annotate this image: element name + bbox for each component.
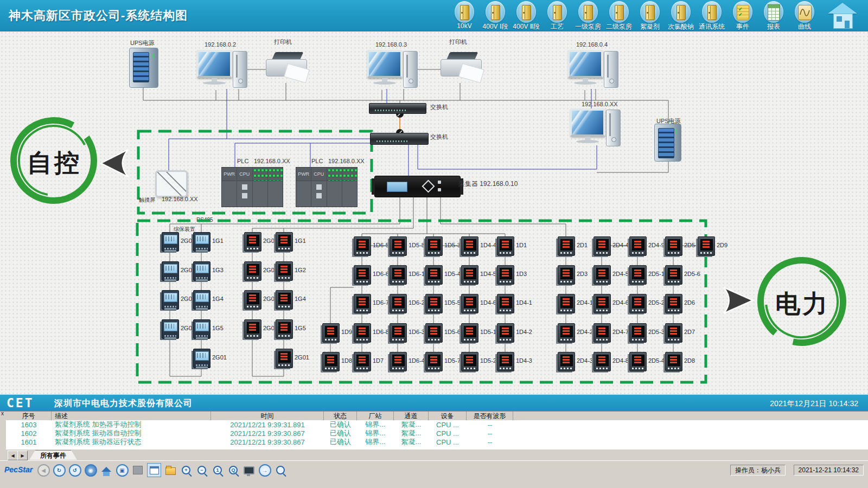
meter-2G05[interactable]: 2G05	[244, 261, 261, 281]
meter-2D4-2[interactable]: 2D4-2	[558, 323, 575, 343]
ups-server-1[interactable]	[129, 48, 158, 88]
meter-2D4-7[interactable]: 2D4-7	[593, 323, 611, 343]
event-row-1603[interactable]: 1603絮凝剂系统 加热器手动控制2021/12/21 9:39:31.891已…	[6, 420, 868, 429]
nav-item-400V Ⅱ段[interactable]: 400V Ⅱ段	[513, 1, 540, 31]
meter-2D4-6[interactable]: 2D4-6	[593, 294, 611, 313]
meter-2D4-9[interactable]: 2D4-9	[629, 236, 647, 256]
event-row-1601[interactable]: 1601絮凝剂系统 振动器运行状态2021/12/21 9:39:30.867已…	[6, 438, 868, 446]
meter-2D5-4[interactable]: 2D5-4	[629, 352, 647, 371]
meter-1D3[interactable]: 1D3	[497, 265, 514, 285]
meter-2G01[interactable]: 2G01	[193, 349, 210, 368]
meter-1D5-2[interactable]: 1D5-2	[461, 352, 478, 371]
meter-2G04[interactable]: 2G04	[244, 290, 261, 310]
meter-2D4-1[interactable]: 2D4-1	[558, 294, 575, 313]
close-icon[interactable]: x	[1, 411, 4, 416]
nav-item-10kV[interactable]: 10kV	[451, 1, 478, 30]
window-icon[interactable]	[147, 463, 161, 477]
meter-1D8[interactable]: 1D8	[322, 352, 340, 371]
nav-item-一级泵房[interactable]: 一级泵房	[575, 1, 602, 31]
monitor-icon[interactable]	[242, 464, 256, 477]
pecstar-logo[interactable]: PecStar	[4, 465, 33, 474]
meter-2D5-1[interactable]: 2D5-1	[629, 265, 647, 285]
meter-1D4-6[interactable]: 1D4-6	[461, 294, 478, 313]
meter-2D6[interactable]: 2D6	[665, 294, 682, 313]
meter-2G06[interactable]: 2G06	[244, 232, 261, 252]
data-collector[interactable]	[374, 176, 461, 197]
meter-2G01[interactable]: 2G01	[276, 349, 293, 368]
tab-scroll-right-button[interactable]: ▶	[17, 451, 28, 460]
column-header-时间[interactable]: 时间	[211, 412, 324, 420]
zoom-in-icon[interactable]: +	[180, 464, 193, 477]
workstation-4[interactable]	[570, 107, 621, 149]
meter-1D4-1[interactable]: 1D4-1	[497, 294, 514, 313]
nav-item-曲线[interactable]: 曲线	[791, 1, 818, 31]
column-header-状态[interactable]: 状态	[324, 412, 357, 420]
meter-2G03[interactable]: 2G03	[244, 319, 261, 339]
nav-item-400V Ⅰ段[interactable]: 400V Ⅰ段	[482, 1, 509, 31]
meter-2G06[interactable]: 2G06	[162, 232, 179, 252]
switch-2[interactable]	[370, 133, 429, 145]
meter-2D3[interactable]: 2D3	[558, 265, 575, 285]
nav-item-报表[interactable]: 报表	[760, 1, 787, 31]
meter-2D8[interactable]: 2D8	[665, 352, 682, 371]
meter-2D4-8[interactable]: 2D4-8	[593, 352, 611, 371]
column-header-是否有波形[interactable]: 是否有波形	[467, 412, 513, 420]
column-header-描述[interactable]: 描述	[52, 412, 211, 420]
meter-1D5-3[interactable]: 1D5-3	[425, 236, 443, 256]
meter-1G3[interactable]: 1G3	[193, 261, 210, 281]
touchscreen[interactable]	[155, 170, 188, 197]
home-button[interactable]	[828, 3, 857, 29]
meter-1D6-7[interactable]: 1D6-7	[354, 294, 371, 313]
meter-1D6-6[interactable]: 1D6-6	[354, 265, 371, 285]
plc-1[interactable]: PWR CPU	[221, 167, 283, 207]
meter-2G05[interactable]: 2G05	[162, 261, 179, 281]
plc-2[interactable]: PWR CPU	[296, 167, 358, 207]
back-icon[interactable]: ◀	[37, 464, 50, 477]
column-header-设备[interactable]: 设备	[429, 412, 467, 420]
nav-item-二级泵房[interactable]: 二级泵房	[605, 1, 633, 31]
meter-2D5-3[interactable]: 2D5-3	[629, 323, 647, 343]
meter-1G1[interactable]: 1G1	[276, 232, 293, 252]
meter-1D5-6[interactable]: 1D5-6	[425, 323, 443, 343]
meter-1D4-3[interactable]: 1D4-3	[497, 352, 514, 371]
meter-1D5-5[interactable]: 1D5-5	[425, 294, 443, 313]
printer-2[interactable]	[441, 52, 485, 84]
meter-1D4-4[interactable]: 1D4-4	[461, 236, 478, 256]
meter-1D5-7[interactable]: 1D5-7	[425, 352, 443, 371]
meter-1D4-5[interactable]: 1D4-5	[461, 265, 478, 285]
meter-1D1[interactable]: 1D1	[497, 236, 514, 256]
workstation-2[interactable]	[367, 49, 418, 90]
meter-2G04[interactable]: 2G04	[162, 290, 179, 310]
nav-item-次氯酸钠[interactable]: 次氯酸钠	[667, 1, 694, 31]
search-icon[interactable]	[274, 464, 287, 477]
meter-2D5-2[interactable]: 2D5-2	[629, 294, 647, 313]
meter-1D6-3[interactable]: 1D6-3	[390, 323, 407, 343]
meter-2D7[interactable]: 2D7	[665, 323, 682, 343]
nav-item-事件[interactable]: 事件	[729, 1, 756, 31]
workstation-1[interactable]	[196, 49, 247, 90]
meter-2D4-5[interactable]: 2D4-5	[593, 265, 611, 285]
meter-2D9[interactable]: 2D9	[698, 236, 715, 256]
meter-1D4-2[interactable]: 1D4-2	[497, 323, 514, 343]
meter-1D5-8[interactable]: 1D5-8	[390, 236, 407, 256]
zoom-out-icon[interactable]: −	[195, 464, 208, 477]
copy-icon[interactable]: ▣	[116, 464, 129, 477]
meter-1D6-1[interactable]: 1D6-1	[390, 265, 407, 285]
meter-2G03[interactable]: 2G03	[162, 319, 179, 339]
meter-1G4[interactable]: 1G4	[193, 290, 210, 310]
nav-item-絮凝剂[interactable]: 絮凝剂	[636, 1, 663, 31]
meter-1G5[interactable]: 1G5	[193, 319, 210, 339]
network-icon[interactable]: ◉	[84, 464, 97, 477]
meter-1G5[interactable]: 1G5	[276, 319, 293, 339]
meter-1D6-4[interactable]: 1D6-4	[390, 352, 407, 371]
zoom-query-icon[interactable]: Q	[227, 464, 240, 477]
ups-server-2[interactable]	[654, 124, 681, 162]
tab-all-events[interactable]: 所有事件	[29, 450, 77, 460]
meter-2D4-3[interactable]: 2D4-3	[558, 352, 575, 371]
meter-1D5-4[interactable]: 1D5-4	[425, 265, 443, 285]
meter-1D6-5[interactable]: 1D6-5	[354, 236, 371, 256]
meter-1G1[interactable]: 1G1	[193, 232, 210, 252]
meter-1D6-2[interactable]: 1D6-2	[390, 294, 407, 313]
event-row-1602[interactable]: 1602絮凝剂系统 振动器自动控制2021/12/21 9:39:30.867已…	[6, 429, 868, 438]
meter-1G4[interactable]: 1G4	[276, 290, 293, 310]
